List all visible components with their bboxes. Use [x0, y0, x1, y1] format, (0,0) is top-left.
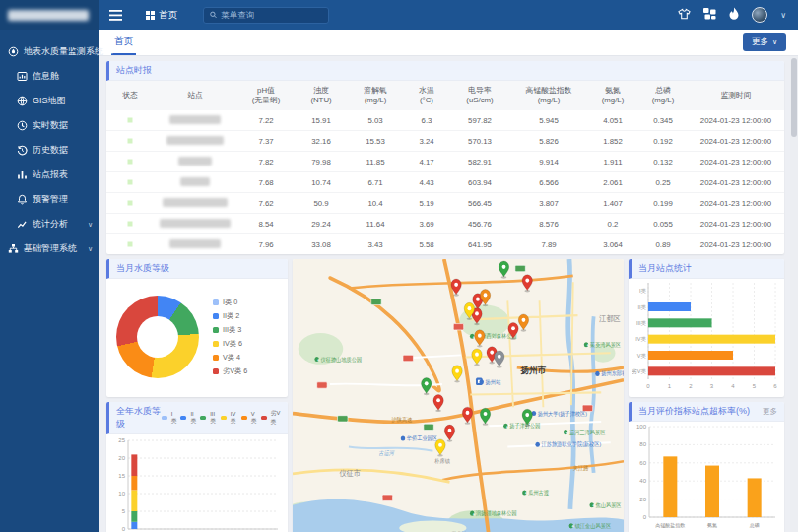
legend-item[interactable]: 劣V类	[261, 409, 281, 427]
sidebar-item-label: 信息舱	[33, 70, 59, 83]
time-cell: 2024-01-23 12:00:00	[688, 220, 784, 229]
search-input[interactable]	[221, 10, 322, 20]
svg-text:总磷: 总磷	[750, 522, 760, 528]
table-row[interactable]: 7.8279.9811.854.17582.919.9141.9110.1322…	[106, 152, 784, 172]
sidebar-item-统计分析[interactable]: 统计分析∨	[0, 212, 99, 236]
station-name-redacted	[169, 239, 221, 248]
map-label: 运河三湾风景区	[569, 429, 606, 435]
table-row[interactable]: 7.6810.746.714.43603.946.5662.0610.25202…	[106, 172, 784, 193]
sidebar-item-站点报表[interactable]: 站点报表	[0, 163, 99, 187]
map-label: 润扬湿地森林公园	[476, 510, 517, 517]
menu-search[interactable]	[203, 7, 329, 24]
table-row[interactable]: 7.2215.915.036.3597.825.9454.0510.345202…	[106, 110, 784, 131]
legend-item[interactable]: IV类 6	[213, 339, 247, 349]
legend-swatch	[162, 416, 167, 420]
value-cell: 570.13	[449, 137, 510, 146]
station-stats-bar-chart[interactable]: 0123456I类II类III类IV类V类劣V类	[629, 279, 784, 395]
layout-screen-icon[interactable]	[703, 6, 716, 24]
table-row[interactable]: 7.9633.083.435.58641.957.893.0640.892024…	[106, 234, 784, 254]
svg-text:0: 0	[646, 383, 650, 389]
sidebar-item-历史数据[interactable]: 历史数据	[0, 138, 99, 163]
svg-text:III类: III类	[636, 320, 647, 326]
value-cell: 603.94	[449, 178, 510, 187]
user-avatar[interactable]	[752, 7, 767, 23]
column-header: 电导率(uS/cm)	[449, 86, 510, 104]
legend-item[interactable]: III类 3	[213, 325, 247, 335]
legend-item[interactable]: II类 2	[213, 311, 247, 321]
svg-text:3: 3	[710, 383, 714, 389]
map-label: 江都区	[599, 314, 621, 323]
value-cell: 15.53	[347, 137, 404, 146]
legend-item[interactable]: IV类	[221, 411, 237, 426]
theme-shirt-icon[interactable]	[678, 6, 691, 24]
table-row[interactable]: 7.3732.1615.533.24570.135.8261.8520.1922…	[106, 131, 784, 152]
legend-item[interactable]: I类 0	[213, 298, 247, 307]
column-header: 监测时间	[688, 91, 784, 100]
sidebar-item-信息舱[interactable]: 信息舱	[0, 64, 99, 89]
exceed-rate-bar-chart[interactable]: 020406080100高锰酸盐指数氨氮总磷	[629, 422, 784, 532]
value-cell: 6.71	[347, 178, 404, 187]
legend-item[interactable]: 劣V类 6	[213, 366, 247, 376]
map-label: 古运河	[378, 450, 395, 456]
station-report-panel: 站点时报 状态站点pH值(无量纲)浊度(NTU)溶解氧(mg/L)水温(°C)电…	[106, 61, 784, 254]
sidebar-item-label: 统计分析	[33, 218, 68, 231]
value-cell: 597.82	[449, 116, 510, 125]
map-label: 扬州大学(扬子津校区)	[538, 410, 588, 417]
monthly-quality-card: 当月水质等级 I类 0II类 2III类 3IV类 6V类 4劣V类 6	[106, 259, 288, 397]
legend-label: I类 0	[223, 298, 237, 307]
sidebar-item-预警管理[interactable]: 预警管理	[0, 187, 99, 212]
tab-home[interactable]: 首页	[111, 30, 136, 55]
avatar-chevron-down-icon[interactable]: ∨	[780, 11, 786, 20]
column-header: 总磷(mg/L)	[638, 86, 688, 104]
legend-label: 劣V类 6	[223, 366, 247, 376]
value-cell: 3.24	[404, 137, 449, 146]
legend-item[interactable]: I类	[162, 411, 177, 426]
sidebar-item-label: 基础管理系统	[24, 242, 77, 255]
column-header: 浊度(NTU)	[296, 86, 347, 104]
nav-home-label: 首页	[159, 9, 177, 22]
water-quality-donut-chart[interactable]	[116, 296, 199, 378]
legend-item[interactable]: III类	[200, 411, 217, 426]
sidebar-item-GIS地图[interactable]: GIS地图	[0, 89, 99, 113]
table-row[interactable]: 7.6250.910.45.19566.453.8071.4070.199202…	[106, 193, 784, 214]
annual-quality-bar-chart[interactable]: 0510152025123456789101112	[106, 434, 288, 532]
flame-icon[interactable]	[729, 6, 739, 24]
legend-label: 劣V类	[271, 409, 281, 427]
svg-text:25: 25	[118, 437, 125, 443]
exceed-more-link[interactable]: 更多	[763, 407, 777, 417]
legend-item[interactable]: V类 4	[213, 353, 247, 363]
station-map[interactable]: 扬州市江都区仪征市♣扬州西郊森林公园♣仪征捺山地质公园♣茱萸湾风景区♣运河三湾风…	[293, 259, 624, 532]
legend-label: II类 2	[223, 311, 239, 321]
value-cell: 0.89	[638, 240, 688, 249]
time-cell: 2024-01-23 12:00:00	[688, 116, 784, 125]
page-scrollbar[interactable]	[790, 56, 798, 532]
legend-item[interactable]: V类	[241, 411, 257, 426]
svg-text:80: 80	[639, 441, 646, 447]
legend-label: IV类 6	[223, 339, 242, 349]
column-header: 高锰酸盐指数(mg/L)	[510, 86, 587, 104]
hamburger-menu-icon[interactable]	[99, 10, 132, 21]
station-name-cell	[154, 157, 236, 167]
legend-label: V类	[251, 411, 257, 426]
map-label: 华侨工业园区	[407, 435, 438, 442]
legend-swatch	[213, 341, 219, 347]
sidebar-item-实时数据[interactable]: 实时数据	[0, 113, 99, 138]
legend-item[interactable]: II类	[180, 411, 196, 426]
sidebar-item-地表水质量监测系统[interactable]: 地表水质量监测系统∧	[0, 39, 99, 64]
more-button[interactable]: 更多 ∨	[743, 33, 786, 51]
legend-label: III类 3	[223, 325, 241, 335]
nav-home[interactable]: 首页	[146, 9, 177, 22]
base-system-icon	[8, 243, 19, 254]
table-row[interactable]: 8.5429.2411.643.69456.768.5760.20.055202…	[106, 214, 784, 234]
chevron-down-icon: ∨	[88, 245, 93, 253]
map-label: 沪陕高速	[392, 417, 413, 424]
sidebar-item-基础管理系统[interactable]: 基础管理系统∨	[0, 236, 99, 261]
scrollbar-thumb[interactable]	[791, 58, 797, 137]
logo-blurred	[8, 10, 89, 21]
time-cell: 2024-01-23 12:00:00	[688, 137, 784, 146]
value-cell: 11.64	[347, 220, 404, 229]
column-header: 氨氮(mg/L)	[587, 86, 638, 104]
value-cell: 5.19	[404, 199, 449, 208]
time-cell: 2024-01-23 12:00:00	[688, 178, 784, 187]
legend-label: III类	[210, 411, 217, 426]
